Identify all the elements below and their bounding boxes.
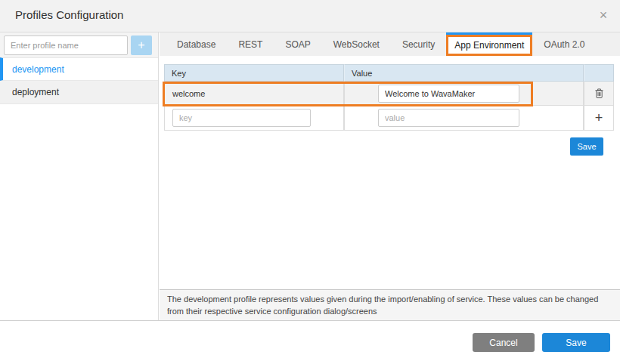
highlight-box: App Environment [446, 35, 532, 56]
service-tabs: Database REST SOAP WebSocket Security Ap… [160, 32, 620, 56]
tab-security[interactable]: Security [391, 32, 446, 56]
column-header-key: Key [164, 64, 344, 82]
tab-app-environment[interactable]: App Environment [446, 32, 532, 56]
footer-divider [0, 320, 620, 321]
tab-label: Database [177, 39, 215, 50]
sidebar-item-deployment[interactable]: deployment [0, 81, 158, 104]
column-header-value: Value [344, 64, 584, 82]
tab-label: SOAP [285, 39, 310, 50]
table-header-row: Key Value [164, 64, 614, 82]
tab-database[interactable]: Database [166, 32, 227, 56]
key-cell: welcome [164, 82, 344, 106]
tab-label: WebSocket [333, 39, 380, 50]
new-key-input[interactable] [172, 109, 311, 127]
profile-add-row: + [0, 32, 158, 57]
new-value-cell [344, 106, 584, 131]
table-row: welcome [164, 82, 614, 106]
dialog-title: Profiles Configuration [15, 8, 123, 21]
new-key-cell [164, 106, 344, 131]
new-value-input[interactable] [378, 109, 519, 127]
plus-icon: + [138, 39, 144, 51]
profile-name-input[interactable] [4, 35, 128, 55]
table-new-row: + [164, 106, 614, 131]
close-icon[interactable]: × [594, 6, 612, 24]
delete-row-button[interactable] [584, 82, 614, 106]
table-save-button[interactable]: Save [570, 137, 603, 156]
profile-item-label: deployment [12, 87, 59, 97]
plus-icon: + [595, 110, 603, 126]
tab-label: App Environment [454, 40, 524, 51]
trash-icon [594, 88, 604, 99]
dialog-titlebar: Profiles Configuration × [0, 0, 620, 32]
app-environment-table: Key Value welcome [164, 64, 614, 131]
add-row-button[interactable]: + [584, 106, 614, 131]
tab-rest[interactable]: REST [227, 32, 274, 56]
tab-label: OAuth 2.0 [544, 39, 584, 50]
cancel-button[interactable]: Cancel [473, 333, 535, 352]
profile-description: The development profile represents value… [160, 289, 620, 320]
profiles-configuration-dialog: Profiles Configuration × + development d… [0, 0, 620, 364]
save-button[interactable]: Save [542, 333, 610, 352]
sidebar-item-development[interactable]: development [0, 57, 158, 81]
profiles-sidebar: + development deployment [0, 32, 159, 321]
add-profile-button[interactable]: + [131, 35, 152, 55]
value-input[interactable] [378, 85, 519, 103]
tab-websocket[interactable]: WebSocket [322, 32, 391, 56]
column-header-actions [584, 64, 614, 82]
profile-item-label: development [12, 64, 64, 75]
tab-label: REST [238, 39, 262, 50]
value-cell [344, 82, 584, 106]
tab-soap[interactable]: SOAP [274, 32, 321, 56]
tab-label: Security [402, 39, 435, 50]
tab-oauth[interactable]: OAuth 2.0 [532, 32, 596, 56]
